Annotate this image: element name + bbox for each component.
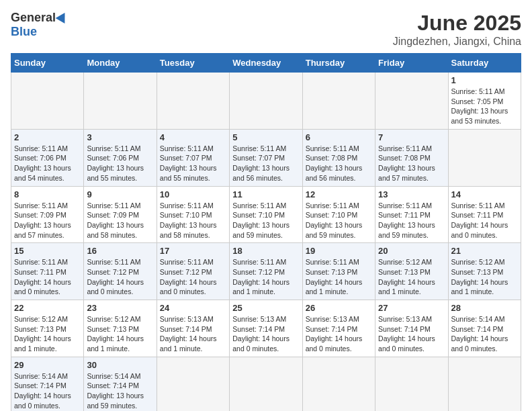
calendar-cell-day-1: 1Sunrise: 5:11 AMSunset: 7:05 PMDaylight… [448,73,521,130]
calendar-cell-day-28: 28Sunrise: 5:14 AMSunset: 7:14 PMDayligh… [448,300,521,357]
header-friday: Friday [375,54,448,73]
day-number: 26 [306,303,372,313]
logo-general-text: General [11,11,56,25]
day-number: 14 [451,189,518,199]
day-info: Sunrise: 5:14 AMSunset: 7:14 PMDaylight:… [451,314,518,354]
day-info: Sunrise: 5:14 AMSunset: 7:14 PMDaylight:… [87,371,153,411]
day-number: 13 [378,189,445,199]
day-number: 10 [160,189,226,199]
day-info: Sunrise: 5:11 AMSunset: 7:13 PMDaylight:… [306,257,372,297]
day-number: 3 [87,132,153,142]
day-info: Sunrise: 5:11 AMSunset: 7:09 PMDaylight:… [87,201,153,240]
calendar-cell-empty [157,73,229,130]
calendar-cell-day-29: 29Sunrise: 5:14 AMSunset: 7:14 PMDayligh… [11,357,84,411]
calendar-week-row: 1Sunrise: 5:11 AMSunset: 7:05 PMDaylight… [11,73,521,130]
calendar-cell-day-27: 27Sunrise: 5:13 AMSunset: 7:14 PMDayligh… [375,300,448,357]
day-info: Sunrise: 5:11 AMSunset: 7:12 PMDaylight:… [160,257,226,297]
calendar-cell-empty [375,73,448,130]
day-number: 24 [160,303,226,313]
day-info: Sunrise: 5:11 AMSunset: 7:11 PMDaylight:… [451,201,518,240]
day-info: Sunrise: 5:11 AMSunset: 7:08 PMDaylight:… [378,144,445,183]
calendar-cell-day-10: 10Sunrise: 5:11 AMSunset: 7:10 PMDayligh… [157,186,229,243]
day-info: Sunrise: 5:11 AMSunset: 7:08 PMDaylight:… [306,144,372,183]
day-info: Sunrise: 5:11 AMSunset: 7:09 PMDaylight:… [14,201,81,240]
calendar-cell-day-3: 3Sunrise: 5:11 AMSunset: 7:06 PMDaylight… [84,129,157,186]
calendar-header-row: SundayMondayTuesdayWednesdayThursdayFrid… [11,54,521,73]
day-info: Sunrise: 5:11 AMSunset: 7:10 PMDaylight:… [306,201,372,240]
header-monday: Monday [84,54,157,73]
day-number: 30 [87,360,153,370]
calendar-cell-empty [448,357,521,411]
calendar-cell-day-9: 9Sunrise: 5:11 AMSunset: 7:09 PMDaylight… [84,186,157,243]
header-thursday: Thursday [302,54,375,73]
day-number: 9 [87,189,153,199]
day-number: 22 [14,303,81,313]
calendar-cell-day-8: 8Sunrise: 5:11 AMSunset: 7:09 PMDaylight… [11,186,84,243]
day-number: 28 [451,303,518,313]
day-number: 6 [306,132,372,142]
calendar-week-row: 2Sunrise: 5:11 AMSunset: 7:06 PMDaylight… [11,129,521,186]
calendar-cell-day-26: 26Sunrise: 5:13 AMSunset: 7:14 PMDayligh… [302,300,375,357]
day-number: 21 [451,246,518,256]
calendar-cell-day-22: 22Sunrise: 5:12 AMSunset: 7:13 PMDayligh… [11,300,84,357]
day-info: Sunrise: 5:12 AMSunset: 7:13 PMDaylight:… [451,257,518,297]
day-info: Sunrise: 5:11 AMSunset: 7:11 PMDaylight:… [14,257,81,297]
day-info: Sunrise: 5:13 AMSunset: 7:14 PMDaylight:… [306,314,372,354]
day-number: 20 [378,246,445,256]
day-info: Sunrise: 5:11 AMSunset: 7:06 PMDaylight:… [14,144,81,183]
calendar-cell-empty [84,73,157,130]
day-info: Sunrise: 5:12 AMSunset: 7:13 PMDaylight:… [87,314,153,354]
calendar-cell-day-24: 24Sunrise: 5:13 AMSunset: 7:14 PMDayligh… [157,300,229,357]
day-info: Sunrise: 5:11 AMSunset: 7:10 PMDaylight:… [160,201,226,240]
day-info: Sunrise: 5:11 AMSunset: 7:12 PMDaylight:… [232,257,299,297]
calendar-cell-day-19: 19Sunrise: 5:11 AMSunset: 7:13 PMDayligh… [302,243,375,300]
calendar-cell-day-17: 17Sunrise: 5:11 AMSunset: 7:12 PMDayligh… [157,243,229,300]
calendar-cell-day-7: 7Sunrise: 5:11 AMSunset: 7:08 PMDaylight… [375,129,448,186]
calendar-cell-day-2: 2Sunrise: 5:11 AMSunset: 7:06 PMDaylight… [11,129,84,186]
day-info: Sunrise: 5:11 AMSunset: 7:07 PMDaylight:… [232,144,299,183]
header: General Blue June 2025 Jingdezhen, Jiang… [11,11,521,48]
day-number: 2 [14,132,81,142]
day-info: Sunrise: 5:11 AMSunset: 7:05 PMDaylight:… [451,87,518,126]
day-info: Sunrise: 5:13 AMSunset: 7:14 PMDaylight:… [160,314,226,354]
day-number: 11 [232,189,299,199]
calendar-week-row: 29Sunrise: 5:14 AMSunset: 7:14 PMDayligh… [11,357,521,411]
day-number: 5 [232,132,299,142]
calendar-table: SundayMondayTuesdayWednesdayThursdayFrid… [11,53,521,411]
day-info: Sunrise: 5:14 AMSunset: 7:14 PMDaylight:… [14,371,81,411]
day-info: Sunrise: 5:12 AMSunset: 7:13 PMDaylight:… [378,257,445,297]
day-number: 7 [378,132,445,142]
calendar-cell-day-30: 30Sunrise: 5:14 AMSunset: 7:14 PMDayligh… [84,357,157,411]
day-number: 12 [306,189,372,199]
calendar-cell-day-11: 11Sunrise: 5:11 AMSunset: 7:10 PMDayligh… [230,186,302,243]
day-number: 15 [14,246,81,256]
header-saturday: Saturday [448,54,521,73]
calendar-cell-day-12: 12Sunrise: 5:11 AMSunset: 7:10 PMDayligh… [302,186,375,243]
day-info: Sunrise: 5:11 AMSunset: 7:06 PMDaylight:… [87,144,153,183]
day-number: 23 [87,303,153,313]
calendar-cell-day-5: 5Sunrise: 5:11 AMSunset: 7:07 PMDaylight… [230,129,302,186]
calendar-cell-day-13: 13Sunrise: 5:11 AMSunset: 7:11 PMDayligh… [375,186,448,243]
calendar-cell-day-18: 18Sunrise: 5:11 AMSunset: 7:12 PMDayligh… [230,243,302,300]
day-number: 18 [232,246,299,256]
day-number: 1 [451,75,518,85]
logo: General Blue [11,11,68,39]
day-info: Sunrise: 5:12 AMSunset: 7:13 PMDaylight:… [14,314,81,354]
calendar-week-row: 15Sunrise: 5:11 AMSunset: 7:11 PMDayligh… [11,243,521,300]
calendar-cell-empty [230,73,302,130]
calendar-week-row: 8Sunrise: 5:11 AMSunset: 7:09 PMDaylight… [11,186,521,243]
day-info: Sunrise: 5:11 AMSunset: 7:11 PMDaylight:… [378,201,445,240]
location-title: Jingdezhen, Jiangxi, China [393,36,521,48]
day-number: 25 [232,303,299,313]
header-wednesday: Wednesday [230,54,302,73]
calendar-cell-day-21: 21Sunrise: 5:12 AMSunset: 7:13 PMDayligh… [448,243,521,300]
calendar-week-row: 22Sunrise: 5:12 AMSunset: 7:13 PMDayligh… [11,300,521,357]
day-info: Sunrise: 5:11 AMSunset: 7:07 PMDaylight:… [160,144,226,183]
calendar-cell-day-23: 23Sunrise: 5:12 AMSunset: 7:13 PMDayligh… [84,300,157,357]
logo-triangle-icon [56,9,70,23]
calendar-cell-empty [230,357,302,411]
calendar-cell-empty [448,129,521,186]
calendar-cell-day-4: 4Sunrise: 5:11 AMSunset: 7:07 PMDaylight… [157,129,229,186]
day-info: Sunrise: 5:13 AMSunset: 7:14 PMDaylight:… [232,314,299,354]
day-number: 16 [87,246,153,256]
